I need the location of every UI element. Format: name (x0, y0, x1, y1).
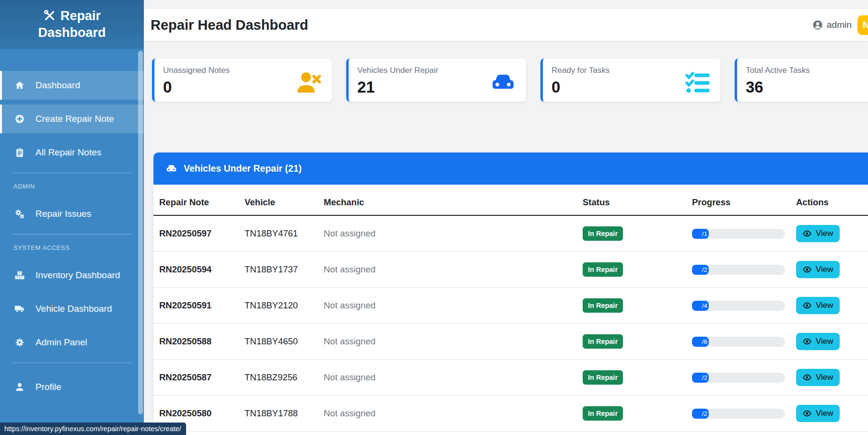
sidebar-item-profile[interactable]: Profile (0, 373, 144, 401)
user-menu[interactable]: admin (812, 20, 852, 30)
view-button[interactable]: View (796, 225, 840, 242)
mechanic-cell: Not assigned (324, 252, 583, 288)
actions-cell: View (796, 396, 868, 432)
view-button-label: View (816, 409, 833, 418)
status-cell: In Repair (583, 288, 692, 324)
link-preview-statusbar: https://inventory.pyfinexus.com/repair/r… (0, 423, 186, 435)
progress-cell: /4 (692, 288, 796, 324)
sidebar-item-label: Profile (35, 382, 61, 392)
progress-cell: /2 (692, 396, 796, 432)
warning-button-cut[interactable]: N (857, 15, 868, 35)
sidebar: Repair Dashboard DashboardCreate Repair … (0, 0, 144, 435)
table-row: RN20250580TN18BY1788Not assignedIn Repai… (153, 396, 868, 432)
repair-note-cell: RN20250591 (153, 288, 245, 324)
view-button-label: View (816, 229, 833, 238)
vehicle-cell: TN18BY2298 (245, 432, 324, 435)
progress-bar-fill: /2 (692, 409, 709, 419)
view-button-label: View (816, 337, 833, 346)
view-button-label: View (816, 301, 833, 310)
status-cell: In Repair (583, 252, 692, 288)
status-badge: In Repair (583, 226, 623, 241)
eye-icon (802, 373, 812, 382)
column-header-status: Status (583, 185, 692, 215)
progress-bar: /2 (692, 265, 785, 275)
topbar: Repair Head Dashboard admin N (144, 9, 868, 41)
status-cell: In Repair (583, 396, 692, 432)
view-button[interactable]: View (796, 405, 840, 422)
table-header-row: Repair NoteVehicleMechanicStatusProgress… (153, 185, 868, 215)
progress-bar-fill: /6 (692, 337, 709, 347)
status-cell: In Repair (583, 324, 692, 360)
stats-row: Unassigned Notes0Vehicles Under Repair21… (152, 59, 868, 102)
column-header-vehicle: Vehicle (245, 185, 324, 215)
mechanic-cell: Not assigned (324, 396, 583, 432)
sidebar-item-admin-panel[interactable]: Admin Panel (0, 328, 144, 357)
sidebar-scrollbar[interactable] (138, 51, 143, 414)
table-row: RN20250588TN18BY4650Not assignedIn Repai… (153, 324, 868, 360)
vehicle-cell: TN18BY4761 (245, 215, 324, 252)
sidebar-item-create-repair-note[interactable]: Create Repair Note (0, 105, 144, 133)
stat-card-vehicles-under-repair: Vehicles Under Repair21 (346, 59, 526, 102)
table-row: RN20250565TN18BY2298Not assignedIn Repai… (153, 432, 868, 435)
repair-note-cell: RN20250587 (153, 360, 245, 396)
view-button[interactable]: View (796, 261, 840, 278)
view-button[interactable]: View (796, 297, 840, 314)
sidebar-item-repair-issues[interactable]: Repair Issues (0, 200, 144, 228)
person-circle-icon (812, 20, 823, 30)
view-button-label: View (816, 373, 833, 382)
eye-icon (802, 265, 812, 274)
app-logo[interactable]: Repair Dashboard (0, 0, 144, 49)
column-header-actions: Actions (796, 185, 868, 215)
sidebar-divider (12, 173, 131, 173)
status-badge: In Repair (583, 334, 623, 349)
progress-cell: /6 (692, 324, 796, 360)
progress-cell: /2 (692, 360, 796, 396)
sidebar-item-label: Inventory Dashboard (35, 270, 120, 281)
section-heading-system-access: SYSTEM ACCESS (0, 244, 144, 261)
vehicles-table: Repair NoteVehicleMechanicStatusProgress… (153, 185, 868, 435)
repair-note-cell: RN20250597 (153, 215, 245, 252)
vehicle-cell: TN18BY2120 (245, 288, 324, 324)
boxes-icon (14, 270, 25, 281)
stat-label: Total Active Tasks (746, 66, 868, 75)
progress-bar: /6 (692, 337, 785, 347)
progress-bar-fill: /1 (692, 229, 709, 239)
vehicle-cell: TN18BY1737 (245, 252, 324, 288)
progress-cell: /3 (692, 432, 796, 435)
sidebar-item-label: Vehicle Dashboard (35, 304, 112, 314)
eye-icon (802, 229, 812, 238)
home-icon (14, 80, 25, 91)
sidebar-item-inventory-dashboard[interactable]: Inventory Dashboard (0, 261, 144, 290)
sidebar-item-label: Repair Issues (35, 209, 91, 219)
stat-card-total-active-tasks: Total Active Tasks36 (735, 59, 868, 102)
actions-cell: View (796, 432, 868, 435)
car-icon (165, 163, 177, 175)
sidebar-item-vehicle-dashboard[interactable]: Vehicle Dashboard (0, 294, 144, 323)
table-row: RN20250591TN18BY2120Not assignedIn Repai… (153, 288, 868, 324)
panel-title: Vehicles Under Repair (21) (184, 163, 302, 174)
sidebar-item-all-repair-notes[interactable]: All Repair Notes (0, 138, 144, 167)
view-button-label: View (816, 265, 833, 274)
sidebar-item-dashboard[interactable]: Dashboard (0, 71, 144, 100)
status-cell: In Repair (583, 360, 692, 396)
status-badge: In Repair (583, 262, 623, 277)
sidebar-item-label: Admin Panel (35, 337, 87, 348)
mechanic-cell: Not assigned (324, 215, 583, 252)
repair-note-cell: RN20250588 (153, 324, 245, 360)
table-row: RN20250597TN18BY4761Not assignedIn Repai… (153, 215, 868, 252)
vehicle-cell: TN18BY1788 (245, 396, 324, 432)
status-badge: In Repair (583, 370, 623, 385)
user-x-icon (295, 69, 322, 96)
progress-cell: /1 (692, 215, 796, 252)
view-button[interactable]: View (796, 333, 840, 350)
repair-note-cell: RN20250594 (153, 252, 245, 288)
column-header-progress: Progress (692, 185, 796, 215)
sidebar-divider (12, 234, 131, 235)
view-button[interactable]: View (796, 369, 840, 386)
eye-icon (802, 301, 812, 310)
status-cell: In Repair (583, 215, 692, 252)
sidebar-divider (12, 363, 131, 363)
panel-header: Vehicles Under Repair (21) (153, 153, 868, 185)
mechanic-cell: Not assigned (324, 360, 583, 396)
plus-circle-icon (14, 114, 25, 124)
